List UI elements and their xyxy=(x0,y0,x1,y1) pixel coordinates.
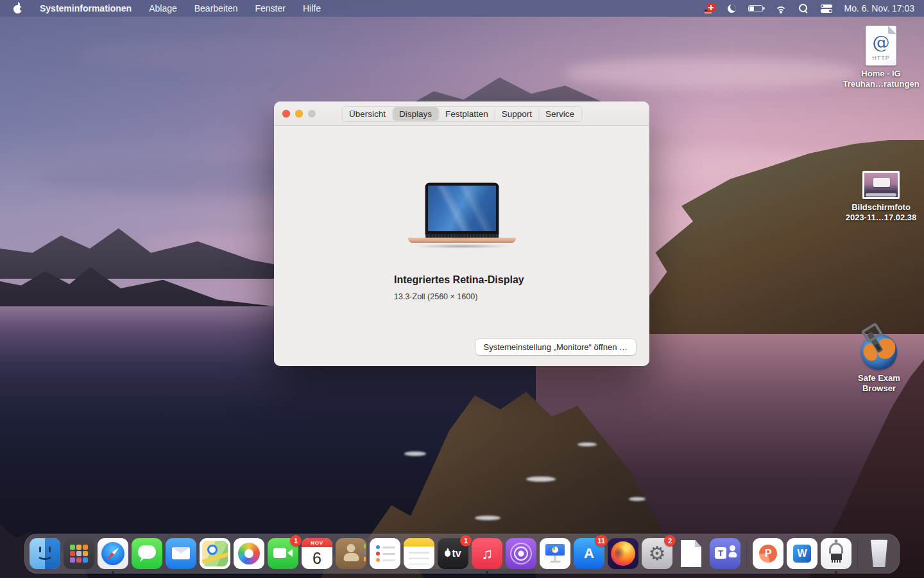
http-document-icon: @ HTTP xyxy=(866,26,896,66)
window-content: Integriertes Retina-Display 13.3-Zoll (2… xyxy=(274,127,649,366)
battery-icon[interactable] xyxy=(748,5,763,12)
dock-music-icon[interactable]: ♫ xyxy=(472,538,502,569)
input-source-flag-icon[interactable] xyxy=(705,3,715,13)
notification-badge: 1 xyxy=(460,535,472,547)
menu-ablage[interactable]: Ablage xyxy=(149,3,177,13)
display-title: Integriertes Retina-Display xyxy=(394,274,524,286)
running-indicator xyxy=(112,571,114,574)
dock-safari-icon[interactable] xyxy=(98,538,128,569)
tab-displays[interactable]: Displays xyxy=(393,107,438,121)
tab-festplatten[interactable]: Festplatten xyxy=(439,107,495,121)
menu-app-name[interactable]: Systeminformationen xyxy=(40,3,132,13)
dock-messages-icon[interactable] xyxy=(132,538,162,569)
dock-podcasts-icon[interactable] xyxy=(506,538,536,569)
desktop-icon-screenshot[interactable]: Bildschirmfoto 2023-11…17.02.38 xyxy=(836,171,924,223)
wallpaper-surf xyxy=(578,442,597,446)
dock-firefox-icon[interactable] xyxy=(608,538,638,569)
dock-reminders-icon[interactable] xyxy=(370,538,400,569)
desktop-icon-label: Home - IG Treuhan…ratungen xyxy=(836,69,924,89)
tab-uebersicht[interactable]: Übersicht xyxy=(343,107,392,121)
running-indicator xyxy=(835,571,837,574)
macbook-illustration xyxy=(407,183,517,249)
apple-menu-icon[interactable] xyxy=(13,3,22,13)
dock-system-information-icon[interactable] xyxy=(821,538,851,569)
dock-facetime-icon[interactable]: 1 xyxy=(268,538,298,569)
dock-maps-icon[interactable] xyxy=(200,538,230,569)
dock-libreoffice-icon[interactable] xyxy=(676,538,706,569)
wallpaper-surf xyxy=(404,451,426,456)
wallpaper-cloud xyxy=(565,58,860,89)
dock-app-store-icon[interactable]: A11 xyxy=(574,538,604,569)
menu-clock[interactable]: Mo. 6. Nov. 17:03 xyxy=(844,3,914,13)
dock-photos-icon[interactable] xyxy=(234,538,264,569)
notification-badge: 2 xyxy=(664,535,676,547)
window-titlebar[interactable]: Übersicht Displays Festplatten Support S… xyxy=(274,101,649,126)
control-center-icon[interactable] xyxy=(821,4,832,13)
http-label: HTTP xyxy=(866,55,896,61)
dock-contacts-icon[interactable] xyxy=(336,538,366,569)
dock-powerpoint-icon[interactable]: P xyxy=(753,538,783,569)
tab-service[interactable]: Service xyxy=(539,107,581,121)
safe-exam-browser-globe-icon xyxy=(861,334,897,370)
macbook-shadow xyxy=(414,244,510,249)
dock-system-preferences-icon[interactable]: ⚙2 xyxy=(642,538,672,569)
dock-trash-icon[interactable] xyxy=(864,538,894,569)
dock: 1 NOV 6 tv1 ♫ A11 ⚙2 T P W xyxy=(24,534,900,574)
wallpaper-cloud xyxy=(77,39,346,71)
spotlight-search-icon[interactable] xyxy=(799,4,809,13)
swiss-flag-icon xyxy=(707,3,715,12)
tab-support[interactable]: Support xyxy=(495,107,538,121)
dock-divider xyxy=(857,539,858,568)
wifi-icon[interactable] xyxy=(775,4,787,13)
macbook-base xyxy=(408,238,516,243)
running-indicator xyxy=(486,571,488,574)
dock-divider xyxy=(746,539,747,568)
at-glyph: @ xyxy=(866,32,896,52)
minimize-button[interactable] xyxy=(295,110,303,118)
desktop-icon-label: Bildschirmfoto 2023-11…17.02.38 xyxy=(836,202,924,223)
dock-keynote-icon[interactable] xyxy=(540,538,570,569)
clamp-icon xyxy=(867,331,884,353)
notification-badge: 11 xyxy=(595,535,608,547)
macbook-screen xyxy=(425,183,499,234)
toolbar-tabs: Übersicht Displays Festplatten Support S… xyxy=(341,106,582,122)
desktop-icon-safe-exam-browser[interactable]: Safe Exam Browser xyxy=(834,334,924,394)
close-button[interactable] xyxy=(282,110,290,118)
menu-bearbeiten[interactable]: Bearbeiten xyxy=(194,3,238,13)
menu-bar: Systeminformationen Ablage Bearbeiten Fe… xyxy=(0,0,924,17)
screenshot-thumbnail-icon xyxy=(862,171,900,199)
wallpaper-surf xyxy=(475,516,501,520)
dock-teams-icon[interactable]: T xyxy=(710,538,740,569)
zoom-button-disabled xyxy=(308,110,316,118)
menu-hilfe[interactable]: Hilfe xyxy=(303,3,321,13)
wallpaper-surf xyxy=(629,497,646,501)
dock-apple-tv-icon[interactable]: tv1 xyxy=(438,538,468,569)
dock-calendar-icon[interactable]: NOV 6 xyxy=(302,538,332,569)
desktop-icon-label: Safe Exam Browser xyxy=(834,373,924,394)
dock-finder-icon[interactable] xyxy=(30,538,60,569)
desktop-icon-http-link[interactable]: @ HTTP Home - IG Treuhan…ratungen xyxy=(836,26,924,89)
dock-word-icon[interactable]: W xyxy=(787,538,817,569)
dock-mail-icon[interactable] xyxy=(166,538,196,569)
desktop: Systeminformationen Ablage Bearbeiten Fe… xyxy=(0,0,924,578)
notification-badge: 1 xyxy=(290,535,302,547)
dock-notes-icon[interactable] xyxy=(404,538,434,569)
display-spec: 13.3-Zoll (2560 × 1600) xyxy=(394,292,477,301)
wallpaper-surf xyxy=(526,477,556,482)
menu-fenster[interactable]: Fenster xyxy=(255,3,285,13)
system-information-window: Übersicht Displays Festplatten Support S… xyxy=(274,101,649,366)
dock-launchpad-icon[interactable] xyxy=(64,538,94,569)
open-monitors-settings-button[interactable]: Systemeinstellung „Monitore“ öffnen … xyxy=(475,339,636,355)
do-not-disturb-moon-icon[interactable] xyxy=(728,4,736,13)
